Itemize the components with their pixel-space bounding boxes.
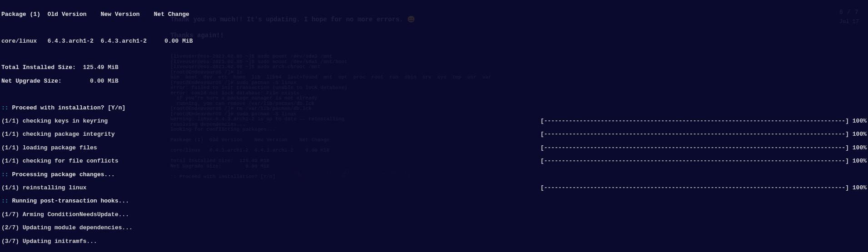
stage-conflicts: (1/1) checking for file conflicts [1,158,118,165]
progress-pct: 100% [853,144,867,151]
upgrade-size-val: 0.00 MiB [90,78,118,85]
hooks-text: Running post-transaction hooks... [12,198,129,205]
col-new: New Version [100,11,140,18]
prompt-prefix: :: [1,105,9,112]
progress-bar: [---------------------------------------… [540,158,849,165]
proc-text: Processing package changes... [12,172,115,178]
hook-3: (3/7) Updating initramfs... [1,238,867,245]
upgrade-size-label: Net Upgrade Size: [1,78,62,85]
col-net: Net Change [154,11,190,18]
stage-keys: (1/1) checking keys in keyring [1,118,108,125]
progress-bar: [---------------------------------------… [540,145,849,152]
hooks-prefix: :: [1,198,9,205]
proc-prefix: :: [1,172,9,178]
stage-integrity: (1/1) checking package integrity [1,131,115,138]
hook-2: (2/7) Updating module dependencies... [1,225,867,232]
progress-pct: 100% [853,184,867,191]
progress-pct: 100% [853,118,867,124]
total-size-label: Total Installed Size: [1,64,76,71]
pacman-terminal-output: Package (1) Old Version New Version Net … [1,5,867,252]
progress-pct: 100% [853,131,867,138]
pkg-name: core/linux [1,38,37,45]
pkg-new: 6.4.3.arch1-2 [100,38,146,45]
progress-bar: [---------------------------------------… [540,185,849,192]
col-package: Package (1) [1,11,40,18]
col-old: Old Version [47,11,86,18]
progress-bar: [---------------------------------------… [540,118,849,125]
stage-loading: (1/1) loading package files [1,145,97,152]
progress-pct: 100% [853,158,867,164]
total-size-val: 125.49 MiB [83,64,118,71]
pkg-old: 6.4.3.arch1-2 [47,38,93,45]
stage-reinstall: (1/1) reinstalling linux [1,185,86,192]
prompt-text[interactable]: Proceed with installation? [Y/n] [12,105,125,112]
pkg-net: 0.00 MiB [165,38,193,45]
progress-bar: [---------------------------------------… [540,131,849,138]
hook-1: (1/7) Arming ConditionNeedsUpdate... [1,212,867,218]
